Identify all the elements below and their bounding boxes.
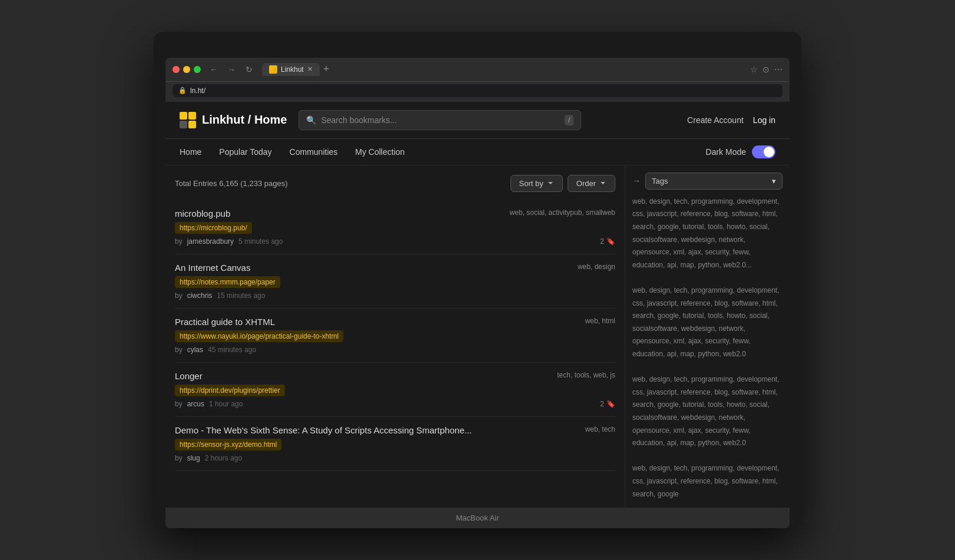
tag-link[interactable]: tutorial: [682, 223, 704, 231]
tag-link[interactable]: education: [632, 261, 663, 269]
tag-link[interactable]: programming: [691, 375, 733, 383]
tag-link[interactable]: javascript: [647, 477, 677, 485]
tag-link[interactable]: map: [680, 439, 694, 447]
tag-link[interactable]: design: [649, 286, 670, 294]
tag-link[interactable]: css: [632, 388, 643, 396]
tag-link[interactable]: ajax: [688, 426, 701, 435]
tag-link[interactable]: tools: [708, 400, 722, 409]
tag-link[interactable]: tools: [708, 223, 722, 231]
tag-link[interactable]: opensource: [632, 337, 669, 345]
menu-icon[interactable]: ⋯: [774, 65, 782, 74]
tag-link[interactable]: software: [732, 210, 758, 218]
tag-link[interactable]: api: [667, 439, 677, 447]
bookmark-url-2[interactable]: https://www.nayuki.io/page/practical-gui…: [175, 330, 343, 342]
tag-link[interactable]: html: [762, 299, 776, 307]
tag-link[interactable]: programming: [691, 286, 733, 294]
tag-link[interactable]: socialsoftware: [632, 324, 677, 333]
tag-link[interactable]: tech: [674, 464, 688, 472]
tag-link[interactable]: design: [649, 197, 670, 206]
tag-link[interactable]: programming: [691, 464, 733, 472]
reload-button[interactable]: ↻: [242, 62, 256, 77]
tag-link[interactable]: feww: [733, 426, 749, 435]
tag-link[interactable]: development: [737, 197, 777, 206]
bookmark-title-4[interactable]: Demo - The Web's Sixth Sense: A Study of…: [175, 425, 472, 435]
tag-link[interactable]: webdesign: [681, 236, 715, 244]
bookmark-url-3[interactable]: https://dprint.dev/plugins/prettier: [175, 385, 285, 396]
bookmark-user-4[interactable]: slug: [187, 454, 200, 462]
tag-link[interactable]: opensource: [632, 248, 669, 256]
bookmark-title-3[interactable]: Longer: [175, 371, 203, 381]
tag-link[interactable]: python: [698, 439, 719, 447]
tag-link[interactable]: security: [705, 426, 728, 435]
tag-link[interactable]: web2.0: [723, 439, 746, 447]
tag-link[interactable]: ajax: [688, 337, 701, 345]
bookmark-url-1[interactable]: https://notes.mmm.page/paper: [175, 276, 280, 288]
tag-link[interactable]: howto: [727, 223, 745, 231]
bookmark-user-1[interactable]: ciwchris: [187, 291, 213, 300]
tag-link[interactable]: feww: [733, 337, 749, 345]
tag-link[interactable]: socialsoftware: [632, 413, 677, 422]
star-icon[interactable]: ☆: [750, 65, 758, 74]
address-bar[interactable]: 🔒 ln.ht/: [173, 84, 782, 97]
tag-link[interactable]: map: [680, 350, 694, 358]
sidebar-collapse-button[interactable]: →: [632, 176, 641, 185]
tag-link[interactable]: search: [632, 490, 654, 498]
tag-link[interactable]: blog: [714, 388, 728, 396]
tag-link[interactable]: javascript: [647, 210, 677, 218]
tag-link[interactable]: css: [632, 477, 643, 485]
tag-link[interactable]: xml: [673, 337, 684, 345]
tag-link[interactable]: html: [762, 477, 776, 485]
tag-link[interactable]: map: [680, 261, 694, 269]
tag-link[interactable]: html: [762, 210, 776, 218]
tag-link[interactable]: tech: [674, 286, 688, 294]
nav-home[interactable]: Home: [180, 139, 201, 165]
tag-link[interactable]: javascript: [647, 388, 677, 396]
tag-link[interactable]: network: [719, 413, 744, 422]
tag-link[interactable]: social: [750, 312, 768, 320]
tag-link[interactable]: software: [732, 388, 758, 396]
back-button[interactable]: ←: [207, 62, 221, 77]
tag-link[interactable]: tech: [674, 375, 688, 383]
tag-link[interactable]: google: [658, 490, 679, 498]
new-tab-button[interactable]: +: [323, 63, 330, 75]
forward-button[interactable]: →: [224, 62, 238, 77]
tag-link[interactable]: development: [737, 464, 777, 472]
tag-link[interactable]: web: [632, 464, 645, 472]
bookmark-title[interactable]: microblog.pub: [175, 208, 230, 218]
tag-link[interactable]: search: [632, 223, 654, 231]
tag-link[interactable]: security: [705, 248, 728, 256]
tag-link[interactable]: design: [649, 375, 670, 383]
tag-link[interactable]: web: [632, 375, 645, 383]
tag-link[interactable]: python: [698, 350, 719, 358]
tag-link[interactable]: feww: [733, 248, 749, 256]
tag-link[interactable]: blog: [714, 477, 728, 485]
tag-link[interactable]: programming: [691, 197, 733, 206]
tag-link[interactable]: howto: [727, 400, 745, 409]
bookmark-title-2[interactable]: Practical guide to XHTML: [175, 317, 275, 327]
close-button[interactable]: [173, 66, 180, 73]
tab-close-icon[interactable]: ✕: [307, 65, 313, 73]
bookmark-user[interactable]: jamesbradbury: [187, 237, 234, 246]
nav-communities[interactable]: Communities: [290, 139, 338, 165]
tag-link[interactable]: security: [705, 337, 728, 345]
tag-link[interactable]: tutorial: [682, 400, 704, 409]
tag-link[interactable]: development: [737, 375, 777, 383]
tags-dropdown[interactable]: Tags ▾: [645, 173, 782, 190]
tag-link[interactable]: education: [632, 439, 663, 447]
tag-link[interactable]: web: [632, 286, 645, 294]
tag-link[interactable]: social: [750, 400, 768, 409]
tag-link[interactable]: xml: [673, 248, 684, 256]
tag-link[interactable]: tools: [708, 312, 722, 320]
tag-link[interactable]: html: [762, 388, 776, 396]
tag-link[interactable]: api: [667, 261, 677, 269]
tag-link[interactable]: webdesign: [681, 324, 715, 333]
tag-link[interactable]: blog: [714, 210, 728, 218]
nav-popular-today[interactable]: Popular Today: [219, 139, 271, 165]
dark-mode-toggle[interactable]: [752, 145, 775, 158]
tag-link[interactable]: reference: [681, 388, 711, 396]
tag-link[interactable]: google: [658, 312, 679, 320]
tag-link[interactable]: howto: [727, 312, 745, 320]
login-link[interactable]: Log in: [753, 115, 775, 125]
tag-link[interactable]: python: [698, 261, 719, 269]
tag-link[interactable]: google: [658, 223, 679, 231]
